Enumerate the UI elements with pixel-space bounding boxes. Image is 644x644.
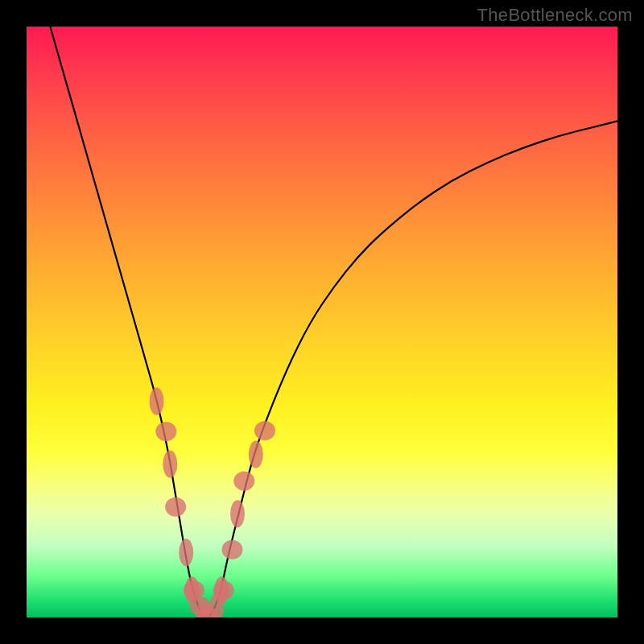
highlight-blob [249, 440, 263, 468]
highlight-blob [163, 451, 177, 478]
curve-layer [27, 27, 617, 617]
highlight-blob [230, 500, 245, 527]
highlight-blob [165, 497, 186, 517]
plot-area [27, 27, 617, 617]
highlight-blob [222, 540, 243, 559]
highlight-blob [155, 422, 176, 441]
highlight-blob [254, 421, 275, 440]
highlight-blob [179, 539, 193, 566]
outer-frame: TheBottleneck.com [0, 0, 644, 644]
highlight-blobs [150, 387, 276, 617]
bottleneck-curve [50, 27, 617, 617]
highlight-blob [233, 472, 254, 491]
highlight-blob [150, 387, 164, 415]
watermark-text: TheBottleneck.com [477, 5, 633, 26]
highlight-blob [214, 576, 229, 604]
